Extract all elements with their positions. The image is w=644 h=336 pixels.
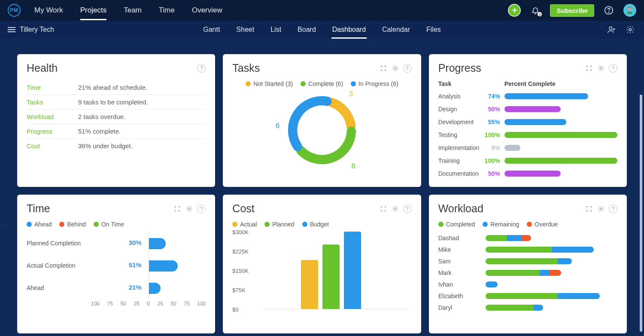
help-icon[interactable]: ? xyxy=(403,64,412,73)
app-logo[interactable]: PM xyxy=(8,4,21,17)
progress-task: Development xyxy=(438,119,481,125)
axis-tick: 100 xyxy=(91,301,100,307)
workload-name: Ivhan xyxy=(438,281,486,288)
nav-projects[interactable]: Projects xyxy=(80,1,106,20)
gear-icon[interactable] xyxy=(597,64,605,73)
card-title: Workload xyxy=(438,202,483,215)
view-tabs: GanttSheetListBoardDashboardCalendarFile… xyxy=(202,21,442,39)
nav-team[interactable]: Team xyxy=(124,1,142,20)
axis-label: $225K xyxy=(232,248,249,255)
svg-point-7 xyxy=(600,67,602,69)
tab-gantt[interactable]: Gantt xyxy=(202,21,221,39)
svg-point-10 xyxy=(600,208,602,210)
time-label: Ahead xyxy=(27,284,91,291)
health-label: Workload xyxy=(27,113,78,120)
workload-name: Daryl xyxy=(438,304,486,311)
expand-icon[interactable] xyxy=(173,205,182,213)
help-icon[interactable] xyxy=(603,4,615,16)
gear-icon[interactable] xyxy=(391,205,400,213)
health-label: Tasks xyxy=(27,98,78,106)
legend-item: Completed xyxy=(438,221,475,228)
user-avatar[interactable] xyxy=(623,4,636,17)
health-row: Workload2 tasks overdue. xyxy=(27,110,206,124)
health-row: Time21% ahead of schedule. xyxy=(27,80,206,95)
gear-icon[interactable] xyxy=(185,205,194,213)
time-label: Actual Completion xyxy=(27,262,91,269)
expand-icon[interactable] xyxy=(379,205,388,213)
svg-point-8 xyxy=(188,208,190,210)
workload-name: Sam xyxy=(438,258,486,265)
help-icon[interactable]: ? xyxy=(403,205,412,213)
nav-my-work[interactable]: My Work xyxy=(34,1,63,20)
legend-item: On Time xyxy=(94,221,124,228)
health-value: 51% complete. xyxy=(78,128,206,135)
progress-row: Training100% xyxy=(438,154,617,167)
help-icon[interactable]: ? xyxy=(197,205,206,213)
settings-icon[interactable] xyxy=(624,24,636,36)
workload-bar xyxy=(486,247,606,253)
tab-dashboard[interactable]: Dashboard xyxy=(331,21,367,39)
add-button[interactable]: + xyxy=(508,4,521,17)
gear-icon[interactable] xyxy=(597,205,605,213)
cost-bar-actual xyxy=(301,260,318,309)
nav-overview[interactable]: Overview xyxy=(192,1,222,20)
help-icon[interactable]: ? xyxy=(197,64,206,73)
workload-bar xyxy=(486,258,606,264)
progress-task: Implementation xyxy=(438,144,481,151)
workload-row: Ivhan xyxy=(438,278,617,290)
legend-item: Behind xyxy=(59,221,86,228)
subscribe-button[interactable]: Subscribe xyxy=(550,4,594,17)
nav-time[interactable]: Time xyxy=(159,1,175,20)
axis-tick: 25 xyxy=(134,301,139,307)
card-tasks: Tasks ? Not Started (3)Complete (6)In Pr… xyxy=(223,54,421,187)
project-name: Tillery Tech xyxy=(20,26,54,34)
svg-point-5 xyxy=(629,29,632,31)
health-row: Progress51% complete. xyxy=(27,124,206,139)
progress-percent: 55% xyxy=(481,119,504,125)
card-progress: Progress ? Task Percent Complete Analysi… xyxy=(429,54,627,187)
expand-icon[interactable] xyxy=(585,64,593,73)
card-title: Tasks xyxy=(232,62,260,74)
progress-percent: 50% xyxy=(481,106,504,113)
tab-sheet[interactable]: Sheet xyxy=(235,21,255,39)
progress-row: Analysis74% xyxy=(438,90,617,103)
expand-icon[interactable] xyxy=(379,64,388,73)
card-health: Health ? Time21% ahead of schedule.Tasks… xyxy=(17,54,215,187)
menu-icon[interactable] xyxy=(8,26,15,34)
dashboard: ⋮ Health ? Time21% ahead of schedule.Tas… xyxy=(0,39,644,336)
card-workload: Workload ? CompletedRemainingOverdue Das… xyxy=(429,195,627,333)
scrollbar[interactable] xyxy=(640,95,642,332)
top-bar: PM My WorkProjectsTeamTimeOverview + 1 S… xyxy=(0,0,644,21)
progress-task: Analysis xyxy=(438,93,481,100)
workload-row: Daryl xyxy=(438,302,617,313)
svg-rect-3 xyxy=(629,7,632,9)
tab-list[interactable]: List xyxy=(270,21,282,39)
gear-icon[interactable] xyxy=(391,64,400,73)
tab-calendar[interactable]: Calendar xyxy=(381,21,411,39)
donut-label-inprogress: 6 xyxy=(276,122,279,130)
health-value: 2 tasks overdue. xyxy=(78,113,206,120)
drag-handle-icon[interactable]: ⋮ xyxy=(0,223,5,228)
notifications-icon[interactable]: 1 xyxy=(529,4,541,16)
progress-row: Development55% xyxy=(438,116,617,128)
time-row: Ahead21% xyxy=(27,277,206,299)
workload-name: Dashad xyxy=(438,235,486,241)
health-row: Cost36% under budget. xyxy=(27,139,206,153)
col-task: Task xyxy=(438,80,481,87)
workload-row: Mike xyxy=(438,244,617,255)
help-icon[interactable]: ? xyxy=(609,205,617,213)
expand-icon[interactable] xyxy=(585,205,593,213)
tab-files[interactable]: Files xyxy=(425,21,442,39)
time-label: Planned Completion xyxy=(27,240,91,247)
health-row: Tasks9 tasks to be completed. xyxy=(27,95,206,110)
tab-board[interactable]: Board xyxy=(297,21,317,39)
add-user-icon[interactable] xyxy=(605,24,617,36)
donut-label-notstarted: 3 xyxy=(349,90,353,98)
progress-row: Documentation50% xyxy=(438,167,617,180)
progress-percent: 100% xyxy=(481,157,504,164)
card-title: Progress xyxy=(438,62,481,74)
axis-tick: 0 xyxy=(147,301,150,307)
help-icon[interactable]: ? xyxy=(609,64,617,73)
legend-item: Planned xyxy=(264,221,294,228)
axis-label: $75K xyxy=(232,287,245,293)
